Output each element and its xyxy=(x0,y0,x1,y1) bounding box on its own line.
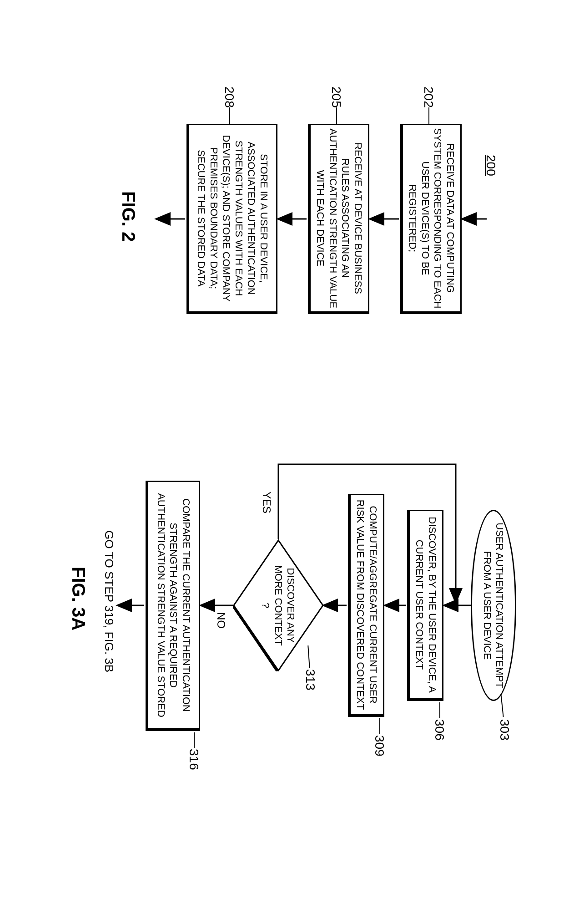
box-202-text: RECEIVE DATA AT COMPUTING SYSTEM CORRESP… xyxy=(407,128,457,309)
num-205: 205 xyxy=(329,86,343,108)
diamond-313-wrap: DISCOVER ANY MORE CONTEXT ? xyxy=(233,539,324,671)
label-yes: YES xyxy=(260,492,273,513)
leader-309 xyxy=(379,718,380,734)
num-208: 208 xyxy=(222,86,237,108)
box-316: COMPARE THE CURRENT AUTHENTICATION STREN… xyxy=(146,481,200,731)
leader-202 xyxy=(428,107,429,124)
box-208-text: STORE IN A USER DEVICE, ASSOCIATED AUTHE… xyxy=(195,128,270,309)
arrows-svg xyxy=(0,0,564,924)
fig2-title: FIG. 2 xyxy=(118,191,139,242)
leader-316 xyxy=(194,732,195,748)
leader-205 xyxy=(336,107,337,124)
leader-303 xyxy=(500,694,504,717)
fig3a-title: FIG. 3A xyxy=(68,567,89,630)
label-no: NO xyxy=(215,612,227,629)
ellipse-303: USER AUTHENTICATION ATTEMPT FROM A USER … xyxy=(471,510,516,701)
box-306-text: DISCOVER, BY THE USER DEVICE, A CURRENT … xyxy=(413,514,438,696)
num-303: 303 xyxy=(497,719,512,741)
box-202: RECEIVE DATA AT COMPUTING SYSTEM CORRESP… xyxy=(400,124,462,314)
box-309: COMPUTE/AGGREGATE CURRENT USER RISK VALU… xyxy=(348,494,384,717)
box-306: DISCOVER, BY THE USER DEVICE, A CURRENT … xyxy=(407,510,443,701)
box-208: STORE IN A USER DEVICE, ASSOCIATED AUTHE… xyxy=(186,124,277,314)
leader-306 xyxy=(439,702,440,718)
leader-208 xyxy=(229,107,230,124)
num-309: 309 xyxy=(372,735,387,756)
box-205: RECEIVE AT DEVICE BUSINESS RULES ASSOCIA… xyxy=(308,124,369,314)
box-316-text: COMPARE THE CURRENT AUTHENTICATION STREN… xyxy=(155,485,192,726)
diamond-313-text: DISCOVER ANY MORE CONTEXT ? xyxy=(258,564,299,646)
ellipse-303-text: USER AUTHENTICATION ATTEMPT FROM A USER … xyxy=(481,514,506,697)
fig2-ref-200: 200 xyxy=(483,155,498,176)
num-316: 316 xyxy=(186,749,201,770)
num-202: 202 xyxy=(421,86,436,108)
goto-label: GO TO STEP 319, FIG. 3B xyxy=(102,530,116,672)
num-313: 313 xyxy=(303,669,317,690)
num-306: 306 xyxy=(432,719,447,741)
box-205-text: RECEIVE AT DEVICE BUSINESS RULES ASSOCIA… xyxy=(314,128,364,309)
box-309-text: COMPUTE/AGGREGATE CURRENT USER RISK VALU… xyxy=(354,498,379,711)
